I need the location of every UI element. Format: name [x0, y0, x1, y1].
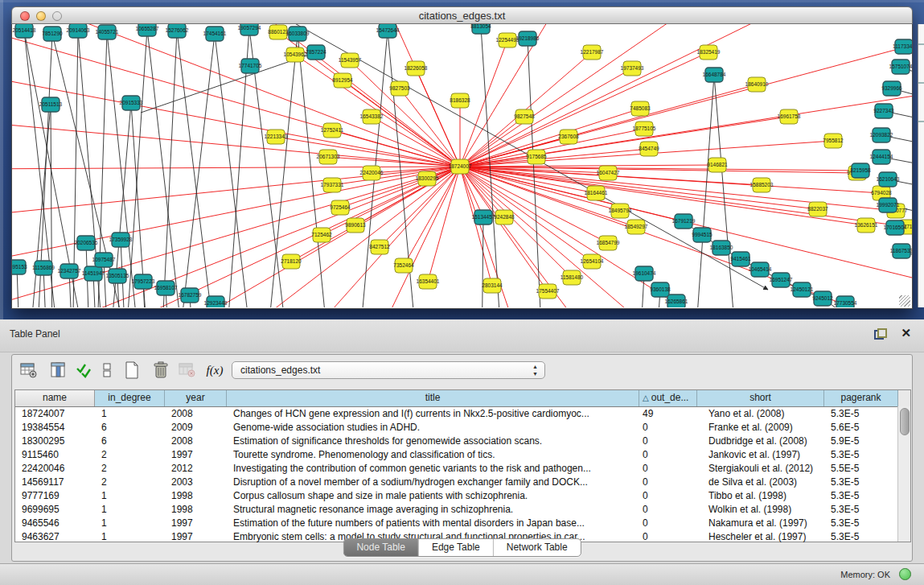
table-cell: 18300295 — [15, 435, 95, 448]
table-cell: 1 — [95, 503, 165, 517]
vertical-scrollbar[interactable] — [897, 406, 910, 542]
table-cell: 2008 — [165, 407, 227, 421]
table-cell: 9115460 — [15, 448, 95, 462]
graph-node-label: 11451947 — [82, 270, 105, 276]
graph-node-label: 9395153 — [12, 264, 27, 270]
table-row[interactable]: 1938455462009Genome-wide association stu… — [15, 421, 910, 435]
delete-table-icon[interactable] — [175, 359, 199, 381]
citation-edge-red[interactable] — [460, 167, 912, 307]
float-panel-icon[interactable] — [874, 328, 887, 340]
citation-edge-red[interactable] — [460, 32, 912, 167]
network-graph[interactable]: 1872400789129541822605898275038186328165… — [12, 24, 912, 307]
citation-edge-red[interactable] — [12, 167, 460, 169]
graph-node-label: 12217987 — [581, 49, 604, 55]
table-row[interactable]: 911546021997Tourette syndrome. Phenomeno… — [15, 448, 910, 462]
table-cell: 5.3E-5 — [824, 530, 898, 544]
table-row[interactable]: 1830029562008Estimation of significance … — [15, 435, 910, 448]
tab-node-table[interactable]: Node Table — [343, 539, 419, 556]
network-window[interactable]: citations_edges.txt 18724007891295418226… — [11, 6, 913, 309]
graph-node-label: 16543382 — [360, 113, 384, 119]
tab-network-table[interactable]: Network Table — [494, 539, 581, 556]
column-header-short[interactable]: short — [697, 390, 824, 406]
citation-edge-red[interactable] — [366, 167, 460, 307]
table-cell: 2 — [95, 462, 165, 476]
scrollbar-thumb[interactable] — [900, 408, 910, 435]
graph-node-label: 16648784 — [703, 72, 726, 77]
table-cell: 0 — [639, 462, 697, 476]
memory-status-label: Memory: OK — [840, 570, 890, 579]
show-rows-icon[interactable] — [95, 359, 119, 381]
graph-node-label: 10465414 — [749, 266, 772, 272]
window-resize-grip[interactable] — [899, 295, 910, 307]
citation-edge-red[interactable] — [460, 167, 492, 286]
table-select-dropdown[interactable]: citations_edges.txt ▲▼ — [232, 361, 545, 379]
table-settings-icon[interactable] — [17, 359, 41, 381]
close-panel-icon[interactable]: ✕ — [901, 326, 911, 340]
graph-node-label: 12752411 — [321, 127, 344, 133]
graph-node-label: 12923448 — [204, 300, 228, 306]
delete-column-icon[interactable] — [149, 359, 173, 381]
column-header-out_de[interactable]: △out_de... — [639, 390, 697, 406]
table-header-row: namein_degreeyeartitle△out_de...shortpag… — [15, 390, 910, 407]
table-cell: 0 — [639, 530, 697, 544]
column-header-in_degree[interactable]: in_degree — [95, 390, 165, 406]
table-cell: 2 — [95, 476, 165, 489]
graph-node-label: 16961758 — [778, 113, 801, 119]
table-cell: Wolkin et al. (1998) — [697, 503, 824, 517]
memory-status-indicator[interactable] — [899, 568, 911, 580]
dropdown-stepper-icon: ▲▼ — [532, 363, 538, 377]
graph-node-label: 10543962 — [284, 51, 307, 57]
graph-node-label: 18300295 — [416, 175, 439, 181]
graph-node-label: 16047427 — [597, 170, 620, 175]
graph-node-label: 7125462 — [311, 232, 332, 237]
column-header-name[interactable]: name — [15, 390, 95, 406]
node-table: namein_degreeyeartitle△out_de...shortpag… — [14, 389, 911, 542]
citation-edge-red[interactable] — [460, 52, 708, 167]
citation-edge-black[interactable] — [177, 31, 217, 307]
citation-edge-red[interactable] — [328, 157, 460, 167]
network-canvas[interactable]: 1872400789129541822605898275038186328165… — [11, 24, 913, 309]
citation-edge-red[interactable] — [460, 165, 717, 167]
table-cell: 2008 — [165, 435, 227, 448]
network-window-titlebar[interactable]: citations_edges.txt — [11, 6, 913, 24]
graph-node-label: 14055721 — [96, 29, 119, 35]
table-body: 1872400712008Changes of HCN gene express… — [15, 407, 910, 544]
citation-edge-red[interactable] — [276, 137, 460, 167]
table-row[interactable]: 1872400712008Changes of HCN gene express… — [15, 407, 910, 421]
show-columns-icon[interactable] — [47, 359, 71, 381]
column-header-title[interactable]: title — [227, 390, 639, 406]
tab-edge-table[interactable]: Edge Table — [419, 539, 494, 556]
new-table-icon[interactable] — [120, 359, 144, 381]
citation-edge-black[interactable] — [714, 75, 737, 307]
graph-node-label: 18775105 — [633, 126, 656, 131]
graph-node-label: 20511513 — [39, 101, 63, 107]
table-row[interactable]: 2242004622012Investigating the contribut… — [15, 462, 910, 476]
table-cell: 9463627 — [15, 530, 95, 544]
graph-node-label: 2367608 — [558, 134, 579, 139]
table-cell: de Silva et al. (2003) — [697, 476, 824, 489]
table-row[interactable]: 977716911998Corpus callosum shape and si… — [15, 489, 910, 503]
graph-node-label: 9360138 — [650, 286, 671, 292]
citation-edge-red[interactable] — [460, 24, 575, 167]
table-mode-tabs: Node TableEdge TableNetwork Table — [343, 538, 581, 557]
table-row[interactable]: 946554611997Estimation of the future num… — [15, 517, 910, 530]
graph-node-label: 19610474 — [633, 270, 656, 276]
graph-node-label: 16782759 — [179, 292, 202, 298]
graph-node-label: 20671303 — [317, 154, 340, 159]
citation-edge-red[interactable] — [460, 68, 632, 167]
graph-node-label: 12213343 — [265, 134, 288, 139]
table-row[interactable]: 969969511998Structural magnetic resonanc… — [15, 503, 910, 517]
table-cell: 19384554 — [15, 421, 95, 435]
column-header-year[interactable]: year — [165, 390, 227, 406]
table-row[interactable]: 1456911722003Disruption of a novel membe… — [15, 476, 910, 489]
table-cell: 5.3E-5 — [824, 448, 898, 462]
column-header-pagerank[interactable]: pagerank — [824, 390, 898, 406]
table-cell: Nakamura et al. (1997) — [697, 517, 824, 530]
graph-node-label: 9725464 — [330, 204, 351, 210]
graph-node-label: 16265861 — [665, 299, 688, 304]
table-cell: 0 — [639, 517, 697, 530]
select-all-icon[interactable] — [72, 359, 96, 381]
table-cell: 14569117 — [15, 476, 95, 489]
graph-node-label: 19218986 — [516, 35, 540, 41]
function-builder-icon[interactable]: f(x) — [203, 359, 227, 381]
